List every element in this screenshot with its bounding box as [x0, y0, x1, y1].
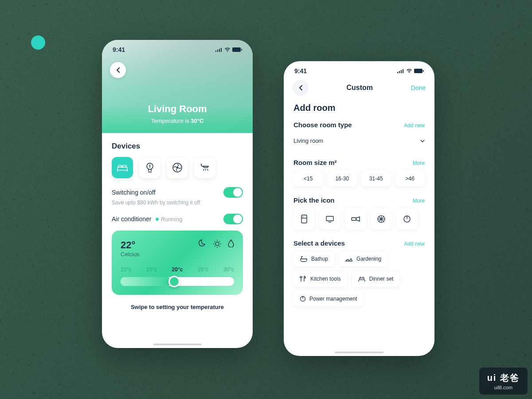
- size-chip[interactable]: >46: [395, 171, 425, 187]
- bathup-icon: [300, 256, 308, 262]
- select-devices-label: Select a devices: [293, 239, 345, 247]
- device-chips: Bathup Gardening Kitchen tools Dinner se…: [293, 251, 425, 306]
- icon-chips: [293, 208, 425, 230]
- header-title: Custom: [346, 84, 373, 92]
- svg-rect-8: [122, 165, 126, 167]
- device-shower-icon[interactable]: [194, 157, 215, 178]
- icon-option-tv[interactable]: [319, 208, 340, 230]
- svg-line-28: [215, 246, 215, 247]
- room-title: Living Room: [148, 103, 207, 115]
- room-size-more[interactable]: More: [413, 160, 425, 166]
- gardening-icon: [345, 256, 353, 262]
- device-chip-dinner[interactable]: Dinner set: [352, 271, 400, 287]
- icon-option-power[interactable]: [396, 208, 418, 230]
- room-size-chips: <15 16-30 31-45 >46: [293, 171, 425, 187]
- room-hero: 9:41 Living Room Temperature is 30°C: [102, 40, 253, 133]
- ac-label: Air conditioner: [112, 215, 152, 223]
- decorative-circle: [31, 35, 45, 50]
- status-bar: 9:41: [102, 40, 253, 55]
- wifi-icon: [224, 47, 231, 52]
- tv-icon: [325, 215, 334, 223]
- devices-heading: Devices: [112, 142, 243, 151]
- svg-rect-7: [118, 165, 121, 167]
- svg-rect-1: [217, 50, 218, 52]
- svg-rect-36: [301, 215, 307, 223]
- svg-rect-31: [399, 71, 400, 73]
- projector-icon: [351, 216, 360, 222]
- temperature-card: 22° Celcius 10°c 15°c 20°c 25°c 30°c: [112, 231, 243, 295]
- svg-rect-35: [423, 70, 424, 72]
- device-category-icons: [112, 157, 243, 178]
- chevron-down-icon: [420, 140, 425, 142]
- add-new-room-type[interactable]: Add new: [404, 122, 425, 129]
- phone-screen-add-room: 9:41 Custom Done Add room Choose room ty…: [284, 61, 434, 356]
- sun-icon[interactable]: [213, 239, 222, 248]
- svg-rect-5: [241, 49, 242, 51]
- ac-toggle[interactable]: [223, 214, 243, 224]
- svg-point-50: [302, 256, 303, 257]
- icon-option-projector[interactable]: [345, 208, 366, 230]
- device-bed-icon[interactable]: [112, 157, 133, 178]
- web-icon: [377, 215, 386, 223]
- icon-option-web[interactable]: [371, 208, 392, 230]
- back-button[interactable]: [110, 62, 126, 78]
- back-button[interactable]: [293, 80, 309, 96]
- temp-unit: Celcius: [121, 251, 140, 258]
- status-bar: 9:41: [284, 61, 434, 76]
- room-size-label: Room size m²: [293, 159, 337, 166]
- room-temperature: Temperature is 30°C: [151, 117, 204, 124]
- device-chip-power[interactable]: Power management: [293, 291, 363, 306]
- power-icon: [403, 215, 411, 223]
- svg-rect-33: [403, 69, 403, 73]
- svg-line-26: [215, 241, 215, 242]
- signal-icon: [215, 47, 223, 52]
- home-indicator: [335, 352, 383, 353]
- device-chip-bathup[interactable]: Bathup: [293, 251, 334, 266]
- status-icons: [215, 47, 242, 52]
- size-chip[interactable]: <15: [293, 171, 323, 187]
- ac-status: Running: [153, 216, 182, 223]
- signal-icon: [397, 69, 404, 73]
- room-type-label: Choose room type: [293, 121, 352, 129]
- svg-rect-32: [401, 70, 402, 73]
- temperature-slider[interactable]: [121, 277, 234, 286]
- device-chip-kitchen[interactable]: Kitchen tools: [293, 271, 347, 287]
- svg-line-18: [203, 169, 204, 171]
- battery-icon: [414, 69, 424, 73]
- switching-subtext: Save upto $80 kWh by switching it off: [112, 200, 243, 206]
- add-new-device[interactable]: Add new: [404, 241, 425, 247]
- svg-point-21: [215, 242, 219, 246]
- bulb-icon: [145, 162, 154, 173]
- page-title: Add room: [293, 103, 425, 113]
- svg-point-17: [176, 167, 178, 168]
- bed-icon: [117, 163, 128, 172]
- icon-option-fridge[interactable]: [293, 208, 315, 230]
- svg-rect-4: [232, 47, 241, 52]
- size-chip[interactable]: 16-30: [328, 171, 357, 187]
- done-button[interactable]: Done: [411, 84, 426, 91]
- svg-line-20: [207, 169, 208, 171]
- swipe-hint: Swipe to setting your temperature: [112, 304, 243, 310]
- chevron-left-icon: [116, 67, 120, 73]
- drop-icon[interactable]: [228, 239, 234, 247]
- pick-icon-more[interactable]: More: [413, 198, 425, 204]
- chevron-left-icon: [299, 85, 302, 90]
- room-type-select[interactable]: Living room: [293, 133, 425, 152]
- status-time: 9:41: [113, 46, 125, 53]
- svg-line-29: [219, 241, 220, 242]
- svg-rect-34: [414, 69, 422, 73]
- svg-rect-56: [360, 278, 364, 280]
- device-fan-icon[interactable]: [167, 157, 188, 178]
- device-chip-gardening[interactable]: Gardening: [339, 251, 387, 266]
- slider-thumb[interactable]: [168, 276, 180, 287]
- size-chip[interactable]: 31-45: [361, 171, 391, 187]
- device-light-icon[interactable]: [139, 157, 160, 178]
- switching-label: Switching on/off: [112, 189, 156, 196]
- svg-rect-2: [219, 49, 220, 52]
- switching-toggle[interactable]: [223, 187, 243, 198]
- svg-rect-41: [352, 218, 356, 220]
- svg-rect-39: [326, 216, 333, 221]
- wifi-icon: [406, 69, 412, 73]
- moon-icon[interactable]: [199, 239, 207, 247]
- dinner-icon: [358, 276, 366, 282]
